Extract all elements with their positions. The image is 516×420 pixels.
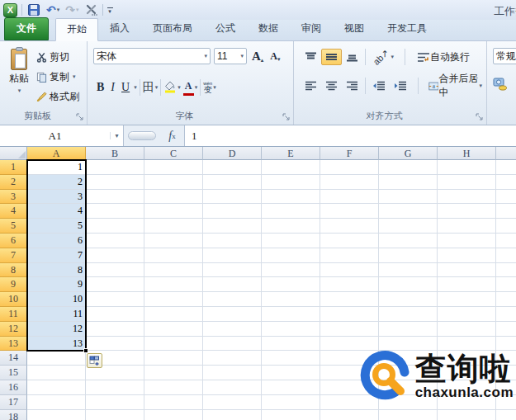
cell-D14[interactable] xyxy=(203,351,262,366)
align-middle-button[interactable] xyxy=(321,49,342,65)
clipboard-dialog-launcher[interactable] xyxy=(76,113,84,121)
col-header-H[interactable]: H xyxy=(438,147,496,160)
cell-G13[interactable] xyxy=(379,337,438,352)
cell-E11[interactable] xyxy=(262,307,320,322)
cell-C7[interactable] xyxy=(144,248,203,263)
cell-B8[interactable] xyxy=(86,263,144,278)
cell-C6[interactable] xyxy=(144,234,203,248)
cell-A6[interactable]: 6 xyxy=(27,234,86,248)
row-header-14[interactable]: 14 xyxy=(0,351,27,366)
cell-G5[interactable] xyxy=(379,219,438,234)
align-left-button[interactable] xyxy=(301,78,321,94)
cell-E10[interactable] xyxy=(262,292,320,307)
cell-A18[interactable] xyxy=(27,410,86,420)
cell-B4[interactable] xyxy=(86,204,144,219)
cell-B5[interactable] xyxy=(86,219,144,234)
cell-F4[interactable] xyxy=(320,204,379,219)
cell-B6[interactable] xyxy=(86,234,144,248)
cell-G2[interactable] xyxy=(379,175,438,190)
cell-I6[interactable] xyxy=(496,234,516,248)
cell-G7[interactable] xyxy=(379,248,438,263)
underline-dropdown-arrow[interactable]: ▾ xyxy=(134,84,137,91)
tab-formulas[interactable]: 公式 xyxy=(204,17,247,40)
row-header-12[interactable]: 12 xyxy=(0,322,27,337)
cell-C13[interactable] xyxy=(144,337,203,352)
cell-C2[interactable] xyxy=(144,175,203,190)
italic-button[interactable]: I xyxy=(107,80,118,95)
row-header-10[interactable]: 10 xyxy=(0,292,27,307)
cell-F18[interactable] xyxy=(320,410,379,420)
cell-E9[interactable] xyxy=(262,277,320,292)
col-header-E[interactable]: E xyxy=(262,147,320,160)
cell-D16[interactable] xyxy=(203,380,262,395)
tab-file[interactable]: 文件 xyxy=(4,17,49,40)
cell-H13[interactable] xyxy=(438,337,496,352)
cell-B18[interactable] xyxy=(86,410,144,420)
cell-B2[interactable] xyxy=(86,175,144,190)
redo-button[interactable]: ↷ ▾ xyxy=(64,2,79,17)
cell-I2[interactable] xyxy=(496,175,516,190)
align-bottom-button[interactable] xyxy=(342,49,362,65)
cell-B1[interactable] xyxy=(86,160,144,175)
grow-font-button[interactable]: A ▴ xyxy=(250,50,265,64)
tab-review[interactable]: 审阅 xyxy=(290,17,333,40)
cell-A12[interactable]: 12 xyxy=(27,322,86,337)
cell-E2[interactable] xyxy=(262,175,320,190)
cell-H3[interactable] xyxy=(438,190,496,205)
cell-A8[interactable]: 8 xyxy=(27,263,86,278)
cell-G10[interactable] xyxy=(379,292,438,307)
cell-A17[interactable] xyxy=(27,395,86,410)
cell-E8[interactable] xyxy=(262,263,320,278)
font-color-button[interactable]: A xyxy=(183,80,194,96)
cell-D13[interactable] xyxy=(203,337,262,352)
cell-A10[interactable]: 10 xyxy=(27,292,86,307)
cell-G9[interactable] xyxy=(379,277,438,292)
cell-H9[interactable] xyxy=(438,277,496,292)
cell-B10[interactable] xyxy=(86,292,144,307)
cell-C5[interactable] xyxy=(144,219,203,234)
cell-I1[interactable] xyxy=(496,160,516,175)
cell-F3[interactable] xyxy=(320,190,379,205)
cell-I13[interactable] xyxy=(496,337,516,352)
col-header-A[interactable]: A xyxy=(27,147,86,160)
cell-A13[interactable]: 13 xyxy=(27,337,86,352)
alignment-dialog-launcher[interactable] xyxy=(476,113,484,121)
merge-center-button[interactable]: a 合并后居中 ▾ xyxy=(424,68,486,103)
col-header-G[interactable]: G xyxy=(379,147,438,160)
cell-G12[interactable] xyxy=(379,322,438,337)
cell-B9[interactable] xyxy=(86,277,144,292)
cell-G4[interactable] xyxy=(379,204,438,219)
cell-C1[interactable] xyxy=(144,160,203,175)
cell-H6[interactable] xyxy=(438,234,496,248)
cell-G8[interactable] xyxy=(379,263,438,278)
cell-I7[interactable] xyxy=(496,248,516,263)
tab-data[interactable]: 数据 xyxy=(247,17,290,40)
cell-I4[interactable] xyxy=(496,204,516,219)
cell-I8[interactable] xyxy=(496,263,516,278)
cell-H2[interactable] xyxy=(438,175,496,190)
font-dialog-launcher[interactable] xyxy=(282,113,291,121)
number-format-combo[interactable]: 常规 xyxy=(493,48,516,64)
cell-B12[interactable] xyxy=(86,322,144,337)
increase-indent-button[interactable] xyxy=(390,78,411,94)
formula-input[interactable]: 1 xyxy=(185,125,516,146)
row-header-1[interactable]: 1 xyxy=(0,160,27,175)
cell-C8[interactable] xyxy=(144,263,203,278)
cell-D1[interactable] xyxy=(203,160,262,175)
cell-F11[interactable] xyxy=(320,307,379,322)
cell-D11[interactable] xyxy=(203,307,262,322)
fill-color-button[interactable] xyxy=(163,80,177,96)
underline-button[interactable]: U xyxy=(118,80,133,95)
cell-D12[interactable] xyxy=(203,322,262,337)
cell-I12[interactable] xyxy=(496,322,516,337)
cell-E3[interactable] xyxy=(262,190,320,205)
cell-B3[interactable] xyxy=(86,190,144,205)
tab-insert[interactable]: 插入 xyxy=(98,17,141,40)
cell-C12[interactable] xyxy=(144,322,203,337)
cell-H5[interactable] xyxy=(438,219,496,234)
row-header-13[interactable]: 13 xyxy=(0,337,27,352)
tab-developer[interactable]: 开发工具 xyxy=(376,17,438,40)
cell-D4[interactable] xyxy=(203,204,262,219)
cell-I10[interactable] xyxy=(496,292,516,307)
cell-A2[interactable]: 2 xyxy=(27,175,86,190)
